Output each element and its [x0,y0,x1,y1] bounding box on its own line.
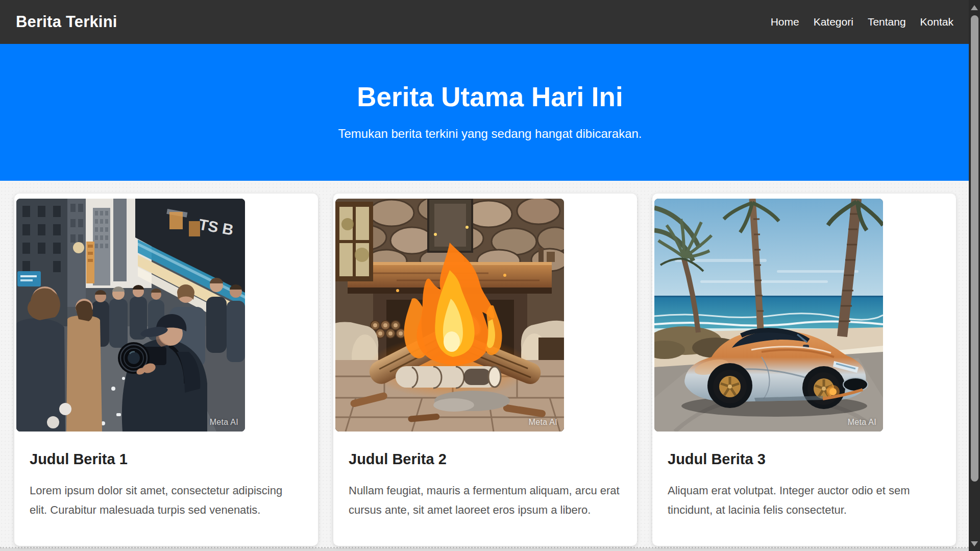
news-image-sports-car: Meta AI [654,199,883,432]
page-bottom-dotted-edge [0,547,969,548]
site-title: Berita Terkini [16,13,117,31]
meta-ai-watermark: Meta AI [848,418,876,427]
nav-kategori[interactable]: Kategori [814,16,853,28]
header: Berita Terkini Home Kategori Tentang Kon… [0,0,980,44]
news-card-body: Aliquam erat volutpat. Integer auctor od… [668,481,941,520]
nav-tentang[interactable]: Tentang [868,16,906,28]
news-card-body: Lorem ipsum dolor sit amet, consectetur … [30,481,303,520]
nav-kontak[interactable]: Kontak [920,16,953,28]
vertical-scrollbar[interactable] [969,0,980,551]
news-webpage: Berita Terkini Home Kategori Tentang Kon… [0,0,980,551]
news-card-1: TS B [14,194,318,546]
main-nav: Home Kategori Tentang Kontak [771,16,953,28]
scrollbar-up-arrow-icon[interactable] [971,5,978,10]
fireplace-illustration [335,199,564,432]
photographer-crowd-illustration: TS B [16,199,245,432]
scrollbar-thumb[interactable] [971,15,978,482]
sports-car-beach-illustration [654,199,883,432]
nav-home[interactable]: Home [771,16,799,28]
news-card-3: Meta AI Judul Berita 3 Aliquam erat volu… [652,194,956,546]
news-card-title: Judul Berita 2 [349,451,622,468]
news-card-body: Nullam feugiat, mauris a fermentum aliqu… [349,481,622,520]
scrollbar-down-arrow-icon[interactable] [971,541,978,546]
news-card-grid: TS B [0,181,980,546]
hero-banner: Berita Utama Hari Ini Temukan berita ter… [0,44,980,181]
hero-title: Berita Utama Hari Ini [357,83,623,111]
news-card-title: Judul Berita 3 [668,451,941,468]
news-image-photographer-crowd: TS B [16,199,245,432]
news-image-fireplace: Meta AI [335,199,564,432]
meta-ai-watermark: Meta AI [529,418,557,427]
news-card-2: Meta AI Judul Berita 2 Nullam feugiat, m… [333,194,637,546]
news-card-title: Judul Berita 1 [30,451,303,468]
hero-subtitle: Temukan berita terkini yang sedang hanga… [338,127,642,141]
meta-ai-watermark: Meta AI [210,418,238,427]
